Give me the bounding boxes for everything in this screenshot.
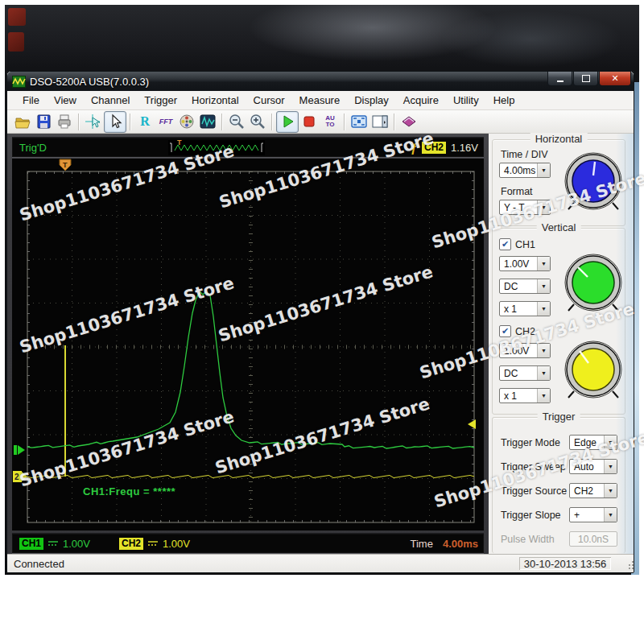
trigger-status: Trig'D: [19, 142, 47, 154]
ch2-marker-arrow: [22, 472, 27, 481]
trigger-sweep-label: Trigger Sweep: [501, 461, 566, 473]
scope-bottom-info-bar: CH1 1.00V CH2 1.00V: [12, 534, 484, 553]
minimize-button[interactable]: [547, 72, 572, 86]
menu-item-channel[interactable]: Channel: [84, 92, 137, 109]
ch2-probe-dropdown[interactable]: x 1▼: [499, 388, 551, 403]
trigger-mode-dropdown[interactable]: Edge▼: [569, 435, 617, 450]
ch2-trace: [27, 476, 474, 478]
format-label: Format: [501, 186, 533, 197]
main-area: Trig'D T ƒ CH2 1.1: [7, 134, 634, 555]
screenshot-root: DSO-5200A USB(7.0.0.3) ✕ FileViewChannel…: [0, 0, 644, 644]
status-bar: Connected 30-10-2013 13:56: [7, 554, 634, 572]
scope-display[interactable]: 2T CH1:Frequ = *****: [12, 159, 484, 530]
toolbar-separator: [130, 114, 131, 130]
window-title: DSO-5200A USB(7.0.0.3): [30, 76, 149, 88]
ch1-coupling-dropdown[interactable]: DC▼: [499, 279, 551, 294]
menu-item-trigger[interactable]: Trigger: [137, 92, 184, 109]
record-icon[interactable]: [176, 112, 197, 132]
horizontal-knob[interactable]: [564, 151, 623, 216]
desktop-icon[interactable]: [8, 8, 26, 26]
cursor-cross-icon[interactable]: [83, 112, 104, 132]
trigger-group: Trigger Trigger Mode Edge▼ Trigger Sweep…: [492, 417, 625, 553]
fft-icon[interactable]: FFT: [155, 112, 176, 132]
toolbar: RFFTAUTO: [7, 110, 634, 134]
print-icon[interactable]: [54, 112, 75, 132]
toolbar-separator: [221, 114, 223, 130]
vertical-group-title: Vertical: [537, 221, 581, 233]
ch2-volt-dropdown[interactable]: 1.00V▼: [499, 343, 551, 358]
refresh-r-icon[interactable]: R: [134, 112, 155, 132]
ch1-enable-checkbox[interactable]: ✔ CH1: [499, 238, 535, 250]
ch2-enable-checkbox[interactable]: ✔ CH2: [499, 325, 535, 337]
menu-item-display[interactable]: Display: [347, 92, 396, 109]
menu-item-measure[interactable]: Measure: [292, 92, 348, 109]
open-icon[interactable]: [12, 112, 33, 132]
chevron-down-icon: ▼: [537, 279, 550, 293]
fit-screen-icon[interactable]: [349, 112, 369, 132]
menu-item-utility[interactable]: Utility: [446, 92, 486, 109]
ch1-badge[interactable]: CH1: [19, 538, 43, 550]
app-icon: [12, 76, 26, 88]
waveform-icon[interactable]: [197, 112, 218, 132]
trigger-group-title: Trigger: [538, 411, 580, 423]
app-window: DSO-5200A USB(7.0.0.3) ✕ FileViewChannel…: [6, 71, 634, 573]
grid-border: [27, 171, 474, 522]
desktop-icon[interactable]: [8, 32, 24, 52]
preview-trigger-marker: T: [177, 138, 182, 147]
trigger-source-label: Trigger Source: [501, 485, 567, 497]
ch2-coupling-icon: [147, 539, 159, 547]
menu-item-horizontal[interactable]: Horizontal: [184, 92, 246, 109]
pulse-width-input[interactable]: 10.0nS: [569, 531, 617, 547]
scope-panel: Trig'D T ƒ CH2 1.1: [7, 134, 489, 555]
format-dropdown[interactable]: Y - T▼: [499, 200, 551, 215]
help-icon[interactable]: [398, 112, 419, 132]
chevron-down-icon: ▼: [537, 344, 550, 357]
stop-icon[interactable]: [299, 112, 320, 132]
control-panel: Horizontal Time / DIV 4.00ms▼ Format Y -…: [489, 134, 634, 555]
maximize-button[interactable]: [573, 72, 598, 86]
menu-item-cursor[interactable]: Cursor: [246, 92, 292, 109]
menu-item-acquire[interactable]: Acquire: [396, 92, 446, 109]
trigger-level-marker: [468, 419, 476, 429]
ch1-coupling-icon: [47, 539, 59, 547]
layout-icon[interactable]: [369, 112, 390, 132]
time-div-dropdown[interactable]: 4.00ms▼: [499, 163, 551, 178]
chevron-down-icon: ▼: [537, 257, 550, 270]
ch1-marker: [14, 445, 17, 455]
trigger-slope-dropdown[interactable]: +▼: [569, 507, 617, 522]
ch1-probe-dropdown[interactable]: x 1▼: [499, 301, 551, 316]
menu-item-view[interactable]: View: [47, 92, 84, 109]
trigger-slope-label: Trigger Slope: [501, 510, 561, 521]
trigger-source-badge: CH2: [422, 142, 446, 154]
chevron-down-icon: ▼: [604, 508, 617, 522]
chevron-down-icon: ▼: [537, 163, 550, 177]
ch2-position-knob[interactable]: [564, 340, 623, 404]
ch1-volt-dropdown[interactable]: 1.00V▼: [499, 256, 551, 271]
close-button[interactable]: ✕: [599, 72, 631, 86]
pulse-width-label: Pulse Width: [501, 534, 555, 545]
waveform-preview[interactable]: T: [168, 140, 265, 155]
menu-item-file[interactable]: File: [15, 92, 47, 109]
frequency-readout: CH1:Frequ = *****: [83, 485, 175, 497]
zoom-out-icon[interactable]: [226, 112, 247, 132]
menu-bar: FileViewChannelTriggerHorizontalCursorMe…: [7, 91, 634, 110]
zoom-in-icon[interactable]: [247, 112, 268, 132]
ch1-position-knob[interactable]: [564, 253, 623, 317]
toolbar-separator: [78, 114, 80, 130]
cursor-icon[interactable]: [104, 111, 126, 133]
ch1-trace: [27, 292, 474, 448]
play-icon[interactable]: [276, 111, 299, 133]
title-bar[interactable]: DSO-5200A USB(7.0.0.3) ✕: [7, 72, 634, 91]
resize-grip[interactable]: [629, 568, 630, 569]
trigger-source-dropdown[interactable]: CH2▼: [569, 483, 617, 498]
trigger-edge-icon: ƒ: [411, 142, 417, 154]
trigger-sweep-dropdown[interactable]: Auto▼: [569, 459, 617, 474]
ch2-volt-div: 1.00V: [163, 538, 190, 550]
ch2-coupling-dropdown[interactable]: DC▼: [499, 365, 551, 381]
auto-icon[interactable]: AUTO: [320, 112, 341, 132]
ch2-badge[interactable]: CH2: [119, 538, 143, 550]
save-icon[interactable]: [33, 112, 54, 132]
time-label: Time: [411, 538, 433, 550]
chevron-down-icon: ▼: [537, 200, 550, 214]
menu-item-help[interactable]: Help: [486, 92, 522, 109]
